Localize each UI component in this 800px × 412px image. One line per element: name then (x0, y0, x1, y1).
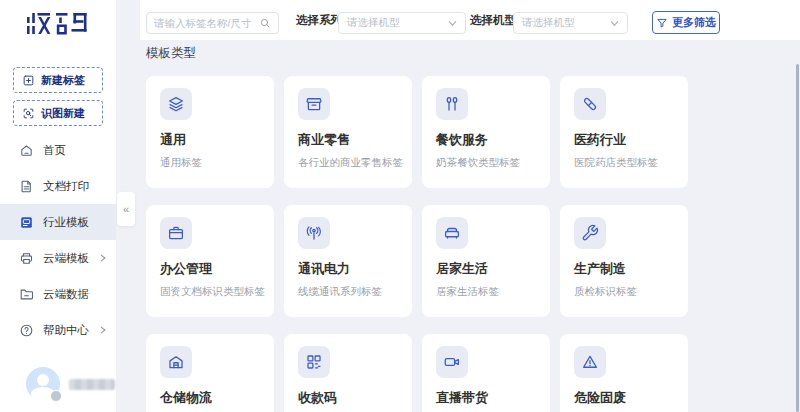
section-title: 模板类型 (146, 45, 196, 62)
printer-icon (19, 251, 34, 266)
scan-create-text: 识图新建 (41, 106, 85, 121)
warning-triangle-icon (574, 346, 606, 378)
wrench-icon (574, 217, 606, 249)
topbar: 选择系列 请选择机型 选择机型 请选择机型 更多筛选 (140, 0, 800, 40)
sidebar-nav: 首页 文档打印 行业模板 云端模板 (0, 132, 116, 348)
category-desc: 居家生活标签 (436, 285, 536, 299)
avatar-badge-icon (50, 390, 62, 402)
category-title: 通用 (160, 131, 260, 149)
category-desc: 质检标识标签 (574, 285, 674, 299)
category-card-hazardous-waste[interactable]: 危险固废 (560, 334, 688, 412)
collapse-glyph: « (123, 203, 129, 215)
brand-logo-icon (25, 10, 91, 38)
model-select-placeholder: 请选择机型 (522, 16, 575, 30)
category-card-livestream[interactable]: 直播带货 (422, 334, 550, 412)
help-icon (19, 323, 34, 338)
qrcode-icon (298, 346, 330, 378)
category-desc: 各行业的商业零售标签 (298, 156, 398, 170)
sofa-icon (436, 217, 468, 249)
category-title: 直播带货 (436, 389, 536, 407)
sidebar-item-industry-templates[interactable]: 行业模板 (0, 204, 116, 240)
plus-square-icon (22, 74, 35, 87)
category-title: 医药行业 (574, 131, 674, 149)
sidebar-item-label: 云端数据 (43, 287, 89, 302)
category-title: 危险固废 (574, 389, 674, 407)
category-desc: 固资文档标识类型标签 (160, 285, 260, 299)
capsule-icon (574, 88, 606, 120)
chevron-right-icon (99, 254, 107, 262)
sidebar-item-label: 首页 (43, 143, 66, 158)
category-card-warehouse[interactable]: 仓储物流 (146, 334, 274, 412)
category-card-pharmacy[interactable]: 医药行业 医院药店类型标签 (560, 76, 688, 188)
sidebar-item-label: 行业模板 (43, 215, 89, 230)
app-window: 新建标签 识图新建 首页 文档打印 (0, 0, 800, 412)
warehouse-icon (160, 346, 192, 378)
scan-icon (22, 107, 35, 120)
vertical-scrollbar[interactable] (796, 64, 799, 412)
sidebar-item-cloud-data[interactable]: 云端数据 (0, 276, 116, 312)
category-title: 餐饮服务 (436, 131, 536, 149)
series-filter-label: 选择系列 (296, 0, 342, 40)
briefcase-icon (160, 217, 192, 249)
search-input[interactable] (154, 17, 255, 29)
category-title: 仓储物流 (160, 389, 260, 407)
user-avatar (26, 367, 60, 401)
document-icon (19, 179, 34, 194)
label-search-box (146, 12, 279, 34)
category-card-general[interactable]: 通用 通用标签 (146, 76, 274, 188)
category-title: 商业零售 (298, 131, 398, 149)
sidebar-item-label: 文档打印 (43, 179, 89, 194)
series-select[interactable]: 请选择机型 (338, 12, 466, 34)
search-icon[interactable] (259, 17, 271, 29)
category-card-home-life[interactable]: 居家生活 居家生活标签 (422, 205, 550, 317)
category-card-retail[interactable]: 商业零售 各行业的商业零售标签 (284, 76, 412, 188)
sidebar-item-document-print[interactable]: 文档打印 (0, 168, 116, 204)
more-filters-text: 更多筛选 (672, 15, 716, 30)
category-title: 居家生活 (436, 260, 536, 278)
category-title: 生产制造 (574, 260, 674, 278)
chevron-down-icon (448, 19, 457, 28)
category-card-telecom[interactable]: 通讯电力 线缆通讯系列标签 (284, 205, 412, 317)
category-card-office[interactable]: 办公管理 固资文档标识类型标签 (146, 205, 274, 317)
home-icon (19, 143, 34, 158)
model-select[interactable]: 请选择机型 (513, 12, 628, 34)
new-label-button[interactable]: 新建标签 (13, 67, 103, 93)
layers-icon (160, 88, 192, 120)
category-title: 通讯电力 (298, 260, 398, 278)
category-desc: 通用标签 (160, 156, 260, 170)
category-title: 办公管理 (160, 260, 260, 278)
storefront-icon (298, 88, 330, 120)
scan-create-button[interactable]: 识图新建 (13, 100, 103, 126)
user-account[interactable] (26, 367, 115, 401)
category-desc: 奶茶餐饮类型标签 (436, 156, 536, 170)
cutlery-icon (436, 88, 468, 120)
new-label-text: 新建标签 (41, 73, 85, 88)
sidebar-item-label: 帮助中心 (43, 323, 89, 338)
category-card-catering[interactable]: 餐饮服务 奶茶餐饮类型标签 (422, 76, 550, 188)
chevron-right-icon (99, 326, 107, 334)
series-select-placeholder: 请选择机型 (347, 16, 400, 30)
chevron-down-icon (610, 19, 619, 28)
sidebar-collapse-handle[interactable]: « (117, 192, 135, 226)
category-desc: 医院药店类型标签 (574, 156, 674, 170)
sidebar-item-home[interactable]: 首页 (0, 132, 116, 168)
brand-logo (0, 10, 116, 38)
sidebar-item-cloud-templates[interactable]: 云端模板 (0, 240, 116, 276)
category-desc: 线缆通讯系列标签 (298, 285, 398, 299)
model-filter-label: 选择机型 (470, 0, 516, 40)
template-category-grid: 通用 通用标签 商业零售 各行业的商业零售标签 餐饮服务 (146, 76, 698, 412)
username-censored (69, 379, 115, 390)
sidebar-item-help-center[interactable]: 帮助中心 (0, 312, 116, 348)
sidebar-item-label: 云端模板 (43, 251, 89, 266)
category-title: 收款码 (298, 389, 398, 407)
folder-icon (19, 287, 34, 302)
sidebar: 新建标签 识图新建 首页 文档打印 (0, 0, 116, 412)
template-icon (19, 215, 34, 230)
category-card-payment-code[interactable]: 收款码 (284, 334, 412, 412)
antenna-icon (298, 217, 330, 249)
video-camera-icon (436, 346, 468, 378)
more-filters-button[interactable]: 更多筛选 (652, 11, 720, 34)
category-card-manufacturing[interactable]: 生产制造 质检标识标签 (560, 205, 688, 317)
filter-funnel-icon (656, 17, 668, 29)
